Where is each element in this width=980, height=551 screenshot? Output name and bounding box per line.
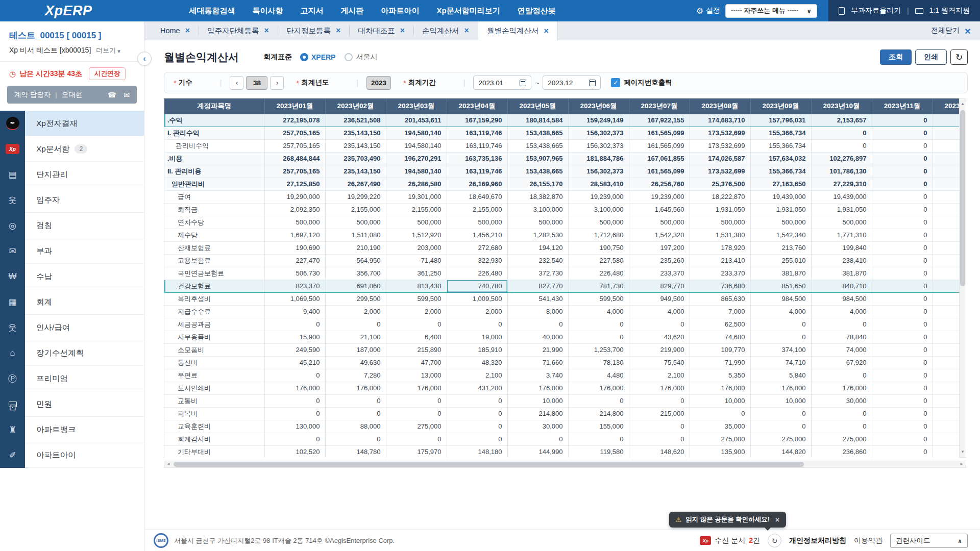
value-cell[interactable]: 2,000 (325, 305, 386, 318)
scroll-left-arrow[interactable]: ◄ (165, 461, 172, 467)
value-cell[interactable]: 102,520 (264, 445, 325, 458)
value-cell[interactable]: 201,453,611 (386, 114, 447, 127)
value-cell[interactable]: 0 (325, 394, 386, 407)
topbar-menu-item[interactable]: Xp문서함미리보기 (437, 6, 500, 16)
value-cell[interactable]: 0 (872, 318, 933, 331)
value-cell[interactable] (933, 178, 959, 190)
topbar-menu-item[interactable]: 아파트아이 (381, 6, 420, 16)
value-cell[interactable]: 156,302,373 (568, 139, 629, 152)
value-cell[interactable]: 1,645,560 (629, 203, 690, 216)
table-row-회계감사비[interactable]: 회계감사비0000000275,000275,000275,0000 (164, 433, 959, 445)
value-cell[interactable]: 155,366,734 (750, 165, 811, 178)
value-cell[interactable]: 2,153,657 (811, 114, 872, 127)
column-header-month[interactable]: 2023년02월 (325, 99, 386, 114)
value-cell[interactable]: 500,000 (447, 216, 507, 229)
value-cell[interactable]: 214,800 (507, 407, 568, 420)
value-cell[interactable]: 227,470 (264, 254, 325, 267)
value-cell[interactable] (933, 190, 959, 203)
value-cell[interactable]: 0 (690, 407, 750, 420)
topbar-menu-item[interactable]: 연말정산봇 (518, 6, 556, 16)
value-cell[interactable] (933, 127, 959, 139)
value-cell[interactable]: 194,580,140 (386, 165, 447, 178)
value-cell[interactable]: 194,120 (507, 241, 568, 254)
sidebar-item-입주자[interactable]: 웃입주자 (0, 187, 144, 213)
value-cell[interactable] (933, 394, 959, 407)
table-row-산재보험료[interactable]: 산재보험료190,690210,190203,000272,680194,120… (164, 241, 959, 254)
value-cell[interactable]: 564,950 (325, 254, 386, 267)
value-cell[interactable]: 500,000 (264, 216, 325, 229)
table-row-세금공과금[interactable]: 세금공과금000000062,500000 (164, 318, 959, 331)
value-cell[interactable]: 74,710 (750, 356, 811, 369)
value-cell[interactable]: 233,370 (690, 267, 750, 280)
value-cell[interactable]: 174,683,710 (690, 114, 750, 127)
value-cell[interactable]: 214,800 (568, 407, 629, 420)
value-cell[interactable]: 148,180 (447, 445, 507, 458)
value-cell[interactable]: 7,000 (690, 305, 750, 318)
value-cell[interactable]: 0 (872, 343, 933, 356)
value-cell[interactable]: 226,480 (568, 267, 629, 280)
value-cell[interactable]: 865,630 (690, 292, 750, 305)
value-cell[interactable]: 40,000 (507, 331, 568, 343)
value-cell[interactable]: 0 (872, 139, 933, 152)
value-cell[interactable]: 0 (325, 407, 386, 420)
value-cell[interactable]: 1,712,680 (568, 229, 629, 241)
value-cell[interactable]: 43,620 (629, 331, 690, 343)
value-cell[interactable] (933, 343, 959, 356)
value-cell[interactable]: 272,680 (447, 241, 507, 254)
value-cell[interactable]: 48,320 (447, 356, 507, 369)
value-cell[interactable]: 275,000 (811, 433, 872, 445)
table-row-건강보험료[interactable]: 건강보험료823,370691,060813,430740,780827,770… (164, 280, 959, 292)
value-cell[interactable]: 0 (507, 433, 568, 445)
value-cell[interactable]: 0 (872, 267, 933, 280)
value-cell[interactable]: 197,200 (629, 241, 690, 254)
value-cell[interactable]: 3,740 (507, 369, 568, 382)
value-cell[interactable]: 356,700 (325, 267, 386, 280)
value-cell[interactable]: 101,786,130 (811, 165, 872, 178)
value-cell[interactable] (933, 139, 959, 152)
value-cell[interactable]: 176,000 (507, 382, 568, 394)
value-cell[interactable]: 238,410 (811, 254, 872, 267)
value-cell[interactable]: 153,438,665 (507, 165, 568, 178)
value-cell[interactable]: 257,705,165 (264, 139, 325, 152)
account-name-cell[interactable]: 제수당 (164, 229, 264, 241)
account-name-cell[interactable]: 도서인쇄비 (164, 382, 264, 394)
value-cell[interactable]: 0 (629, 433, 690, 445)
value-cell[interactable]: 25,376,500 (690, 178, 750, 190)
value-cell[interactable]: 235,143,150 (325, 165, 386, 178)
value-cell[interactable]: 88,000 (325, 420, 386, 433)
value-cell[interactable]: 506,730 (264, 267, 325, 280)
value-cell[interactable]: 0 (872, 241, 933, 254)
value-cell[interactable]: 1,456,210 (447, 229, 507, 241)
value-cell[interactable]: 0 (872, 407, 933, 420)
value-cell[interactable]: 213,410 (690, 254, 750, 267)
column-header-month[interactable]: 2023년08월 (690, 99, 750, 114)
value-cell[interactable]: 1,931,050 (690, 203, 750, 216)
value-cell[interactable]: 176,000 (264, 382, 325, 394)
period-prev-button[interactable] (230, 76, 243, 90)
scroll-right-arrow[interactable]: ► (958, 461, 965, 467)
account-name-cell[interactable]: 교통비 (164, 394, 264, 407)
value-cell[interactable]: 0 (872, 369, 933, 382)
value-cell[interactable]: 2,155,000 (325, 203, 386, 216)
table-row-I. 관리수익[interactable]: I. 관리수익257,705,165235,143,150194,580,140… (164, 127, 959, 139)
value-cell[interactable]: 157,796,031 (750, 114, 811, 127)
column-header-month[interactable]: 2023년09월 (750, 99, 811, 114)
value-cell[interactable]: 541,430 (507, 292, 568, 305)
account-name-cell[interactable]: 복리후생비 (164, 292, 264, 305)
value-cell[interactable]: 257,705,165 (264, 165, 325, 178)
value-cell[interactable]: 19,439,000 (750, 190, 811, 203)
value-cell[interactable] (933, 292, 959, 305)
value-cell[interactable]: 0 (811, 420, 872, 433)
value-cell[interactable]: 174,026,587 (690, 152, 750, 165)
value-cell[interactable]: 167,061,855 (629, 152, 690, 165)
value-cell[interactable]: 2,100 (447, 369, 507, 382)
value-cell[interactable]: 21,990 (507, 343, 568, 356)
value-cell[interactable]: 431,200 (447, 382, 507, 394)
value-cell[interactable]: 176,000 (568, 382, 629, 394)
value-cell[interactable]: 275,000 (690, 433, 750, 445)
value-cell[interactable] (933, 203, 959, 216)
upload-link[interactable]: 부과자료올리기 (851, 6, 901, 15)
value-cell[interactable]: 21,100 (325, 331, 386, 343)
value-cell[interactable]: 1,931,050 (811, 203, 872, 216)
value-cell[interactable]: 2,092,350 (264, 203, 325, 216)
